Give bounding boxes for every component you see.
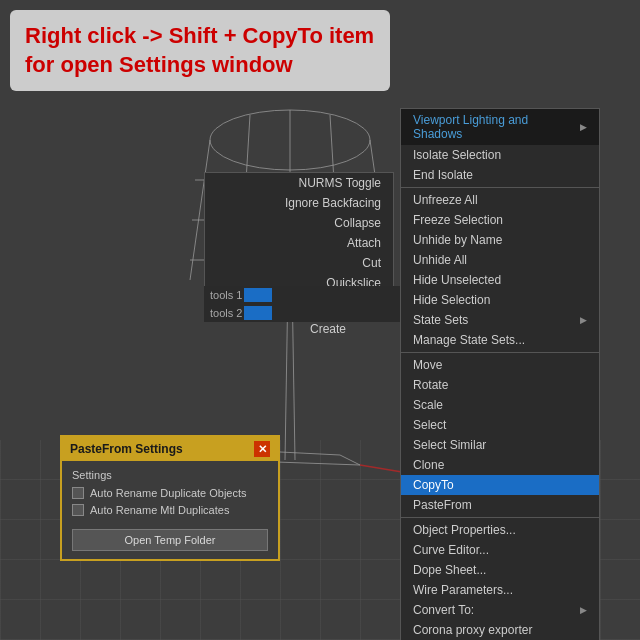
tooltip-box: Right click -> Shift + CopyTo item for o… xyxy=(10,10,390,91)
dialog-title: PasteFrom Settings xyxy=(70,442,183,456)
menu-item-nurms[interactable]: NURMS Toggle xyxy=(205,173,393,193)
menu-corona-proxy[interactable]: Corona proxy exporter xyxy=(401,620,599,640)
tools2-label: tools 2 xyxy=(210,307,242,319)
menu-curve-editor[interactable]: Curve Editor... xyxy=(401,540,599,560)
dialog-close-button[interactable]: ✕ xyxy=(254,441,270,457)
menu-end-isolate[interactable]: End Isolate xyxy=(401,165,599,185)
menu-item-attach[interactable]: Attach xyxy=(205,233,393,253)
dialog-section-label: Settings xyxy=(72,469,268,481)
menu-dope-sheet[interactable]: Dope Sheet... xyxy=(401,560,599,580)
viewport: Right click -> Shift + CopyTo item for o… xyxy=(0,0,640,640)
tools1-label: tools 1 xyxy=(210,289,242,301)
svg-line-14 xyxy=(340,455,360,465)
context-menu: Viewport Lighting and Shadows Isolate Se… xyxy=(400,108,600,640)
menu-hide-unselected[interactable]: Hide Unselected xyxy=(401,270,599,290)
menu-freeze-selection[interactable]: Freeze Selection xyxy=(401,210,599,230)
checkbox-rename-mtl[interactable] xyxy=(72,504,84,516)
checkbox-rename-duplicates-label: Auto Rename Duplicate Objects xyxy=(90,487,247,499)
menu-manage-state-sets[interactable]: Manage State Sets... xyxy=(401,330,599,350)
menu-select-similar[interactable]: Select Similar xyxy=(401,435,599,455)
menu-unhide-by-name[interactable]: Unhide by Name xyxy=(401,230,599,250)
separator-2 xyxy=(401,352,599,353)
menu-rotate[interactable]: Rotate xyxy=(401,375,599,395)
context-menu-header[interactable]: Viewport Lighting and Shadows xyxy=(401,109,599,145)
menu-item-ignore-backfacing[interactable]: Ignore Backfacing xyxy=(205,193,393,213)
menu-convert-to[interactable]: Convert To: xyxy=(401,600,599,620)
checkbox-row-2: Auto Rename Mtl Duplicates xyxy=(72,504,268,516)
checkbox-rename-mtl-label: Auto Rename Mtl Duplicates xyxy=(90,504,229,516)
separator-3 xyxy=(401,517,599,518)
create-label: Create xyxy=(310,322,346,336)
menu-isolate-selection[interactable]: Isolate Selection xyxy=(401,145,599,165)
menu-state-sets[interactable]: State Sets xyxy=(401,310,599,330)
menu-clone[interactable]: Clone xyxy=(401,455,599,475)
menu-object-properties[interactable]: Object Properties... xyxy=(401,520,599,540)
menu-unhide-all[interactable]: Unhide All xyxy=(401,250,599,270)
open-temp-folder-button[interactable]: Open Temp Folder xyxy=(72,529,268,551)
menu-unfreeze-all[interactable]: Unfreeze All xyxy=(401,190,599,210)
menu-wire-parameters[interactable]: Wire Parameters... xyxy=(401,580,599,600)
menu-copyto[interactable]: CopyTo xyxy=(401,475,599,495)
menu-pastefrom[interactable]: PasteFrom xyxy=(401,495,599,515)
menu-item-cut[interactable]: Cut xyxy=(205,253,393,273)
menu-move[interactable]: Move xyxy=(401,355,599,375)
separator-1 xyxy=(401,187,599,188)
tools1-blue-btn[interactable] xyxy=(244,288,272,302)
tooltip-text: Right click -> Shift + CopyTo item for o… xyxy=(25,22,375,79)
dialog-titlebar: PasteFrom Settings ✕ xyxy=(62,437,278,461)
menu-scale[interactable]: Scale xyxy=(401,395,599,415)
menu-select[interactable]: Select xyxy=(401,415,599,435)
checkbox-row-1: Auto Rename Duplicate Objects xyxy=(72,487,268,499)
pastefrom-dialog: PasteFrom Settings ✕ Settings Auto Renam… xyxy=(60,435,280,561)
dialog-content: Settings Auto Rename Duplicate Objects A… xyxy=(62,461,278,559)
menu-hide-selection[interactable]: Hide Selection xyxy=(401,290,599,310)
tools2-blue-btn[interactable] xyxy=(244,306,272,320)
menu-item-collapse[interactable]: Collapse xyxy=(205,213,393,233)
checkbox-rename-duplicates[interactable] xyxy=(72,487,84,499)
